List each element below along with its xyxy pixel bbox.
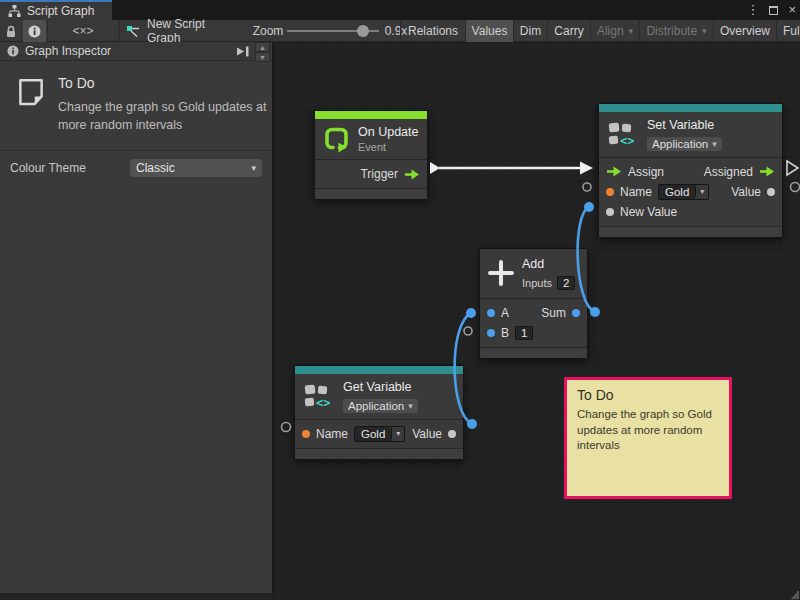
- toolbar-button-distribute[interactable]: Distribute ▾: [640, 20, 713, 42]
- sticky-note[interactable]: To Do Change the graph so Gold updates a…: [564, 377, 732, 499]
- on-update-header: On Update Event: [315, 119, 427, 160]
- connection-endpoint[interactable]: [466, 308, 476, 318]
- toolbar-button-overview[interactable]: Overview: [714, 20, 776, 42]
- titlebar: Script Graph ⋮ ×: [0, 0, 800, 20]
- align-label: Align: [597, 24, 624, 38]
- flow-connection-arrowhead[interactable]: [580, 162, 593, 175]
- toolbar-button-values[interactable]: Values: [466, 20, 513, 42]
- node-on-update[interactable]: On Update Event Trigger: [314, 110, 428, 200]
- node-title: On Update: [358, 125, 418, 141]
- sticky-note-text: Change the graph so Gold updates at more…: [577, 407, 723, 454]
- distribute-label: Distribute: [646, 24, 697, 38]
- info-icon: [28, 25, 41, 38]
- resize-grip[interactable]: [789, 589, 799, 599]
- event-color-bar: [315, 111, 427, 119]
- statusbar-strip: [0, 593, 273, 600]
- inputs-count-field[interactable]: 2: [557, 276, 575, 290]
- graph-toolbar: <×> New Script Graph Zoom 0.9x Relations…: [0, 20, 800, 42]
- unconnected-port-indicator[interactable]: [464, 327, 472, 335]
- new-script-graph-button[interactable]: New Script Graph: [126, 20, 238, 42]
- inspector-toggle-button[interactable]: [23, 20, 46, 42]
- window-controls: ⋮ ×: [746, 0, 796, 20]
- name-port-label: Name: [620, 185, 652, 199]
- connection-endpoint[interactable]: [467, 419, 477, 429]
- toolbar-button-relations[interactable]: Relations: [401, 20, 465, 42]
- sum-port-label: Sum: [541, 306, 566, 320]
- unconnected-port-indicator[interactable]: [791, 183, 800, 192]
- chevron-down-icon: ▾: [391, 428, 404, 439]
- node-title: Set Variable: [647, 118, 722, 134]
- input-b-value-field[interactable]: 1: [515, 326, 533, 340]
- code-view-button[interactable]: <×>: [48, 20, 118, 42]
- set-variable-header: <> Set Variable Application ▾: [599, 112, 782, 158]
- dock-panel-icon[interactable]: [235, 45, 250, 58]
- variable-name-dropdown[interactable]: Gold ▾: [354, 426, 405, 442]
- get-variable-header: <> Get Variable Application ▾: [295, 374, 463, 420]
- plus-icon: [488, 260, 514, 286]
- kebab-menu-icon[interactable]: ⋮: [746, 0, 759, 20]
- node-set-variable[interactable]: <> Set Variable Application ▾ Assign: [598, 103, 783, 238]
- variable-name-value: Gold: [355, 427, 391, 441]
- input-b-port[interactable]: [487, 329, 495, 337]
- new-script-graph-label: New Script Graph: [147, 17, 238, 45]
- toolbar-button-fullscreen[interactable]: Full Screen: [777, 20, 800, 42]
- svg-text:<>: <>: [316, 396, 330, 410]
- flow-input-arrow-icon[interactable]: [606, 166, 622, 177]
- info-icon: [7, 45, 19, 57]
- toolbar-button-dim[interactable]: Dim: [514, 20, 547, 42]
- zoom-label: Zoom: [250, 20, 286, 42]
- node-get-variable[interactable]: <> Get Variable Application ▾ Name Gold: [294, 365, 464, 460]
- value-port[interactable]: [448, 430, 456, 438]
- chevron-down-icon: ▾: [702, 26, 707, 36]
- node-subtitle: Event: [358, 141, 418, 153]
- name-port[interactable]: [606, 188, 614, 196]
- relations-label: Relations: [408, 24, 458, 38]
- sum-port[interactable]: [572, 309, 580, 317]
- scroll-up-button[interactable]: ▲: [255, 42, 270, 52]
- value-port-label: Value: [731, 185, 761, 199]
- variable-name-value: Gold: [659, 185, 695, 199]
- graph-canvas[interactable]: On Update Event Trigger: [274, 42, 800, 600]
- name-port[interactable]: [302, 430, 310, 438]
- variable-scope-dropdown[interactable]: Application ▾: [343, 399, 418, 413]
- variable-name-dropdown[interactable]: Gold ▾: [658, 184, 709, 200]
- connection-endpoint[interactable]: [584, 202, 594, 212]
- maximize-icon[interactable]: [769, 6, 778, 15]
- chevron-down-icon: ▾: [695, 186, 708, 197]
- flow-output-arrow-icon[interactable]: [759, 166, 775, 177]
- inputs-label: Inputs: [522, 277, 552, 289]
- input-a-port[interactable]: [487, 309, 495, 317]
- close-icon[interactable]: ×: [788, 0, 796, 20]
- unconnected-flow-indicator[interactable]: [787, 161, 798, 175]
- unconnected-port-indicator[interactable]: [282, 423, 291, 432]
- graph-asset-icon: [126, 25, 141, 38]
- value-port[interactable]: [767, 188, 775, 196]
- flow-output-arrow-icon[interactable]: [404, 169, 420, 180]
- scroll-down-button[interactable]: ▼: [255, 52, 270, 62]
- node-footer: [480, 347, 587, 358]
- tab-label: Script Graph: [27, 4, 94, 18]
- flow-connection-start-arrow[interactable]: [430, 162, 440, 174]
- sticky-note-title: To Do: [577, 387, 719, 403]
- unconnected-port-indicator[interactable]: [583, 183, 591, 191]
- graph-inspector-header: Graph Inspector ▲ ▼: [0, 42, 272, 61]
- chevron-down-icon: ▾: [251, 163, 256, 173]
- variable-scope-dropdown[interactable]: Application ▾: [647, 137, 722, 151]
- add-header: Add Inputs 2: [480, 249, 587, 299]
- variables-icon: <>: [607, 121, 639, 148]
- todo-summary: To Do Change the graph so Gold updates a…: [0, 61, 272, 144]
- toolbar-button-align[interactable]: Align ▾: [591, 20, 639, 42]
- new-value-port[interactable]: [606, 208, 614, 216]
- node-add[interactable]: Add Inputs 2 A Sum: [479, 248, 588, 359]
- name-port-label: Name: [316, 427, 348, 441]
- lock-button[interactable]: [0, 20, 22, 42]
- colour-theme-row: Colour Theme Classic ▾: [0, 150, 272, 185]
- connection-endpoint[interactable]: [590, 307, 600, 317]
- chevron-down-icon: ▾: [408, 401, 413, 411]
- zoom-slider-handle[interactable]: [357, 25, 369, 37]
- toolbar-button-carry[interactable]: Carry: [548, 20, 590, 42]
- colour-theme-dropdown[interactable]: Classic ▾: [130, 159, 262, 177]
- tab-script-graph[interactable]: Script Graph: [0, 0, 112, 20]
- colour-theme-label: Colour Theme: [10, 161, 86, 175]
- value-port-label: Value: [412, 427, 442, 441]
